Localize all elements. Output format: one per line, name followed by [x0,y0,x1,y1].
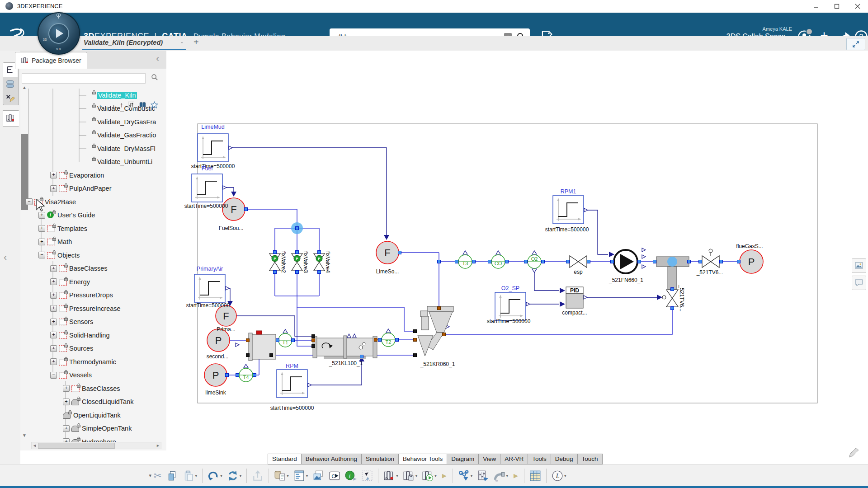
export-info-button[interactable]: i [344,469,358,483]
tree-search-icon[interactable] [151,73,159,81]
sidebar-item-package-browser[interactable] [3,110,19,127]
tree-expander[interactable]: − [38,252,45,258]
ribbon-tab-standard[interactable]: Standard [268,454,301,465]
tree-expander[interactable]: + [50,305,57,312]
export-database-button[interactable]: ▾ [273,469,290,483]
more-tools-1-button[interactable]: ▶ [440,471,448,480]
tree-item-openliquidtank[interactable]: OpenLiquidTank [20,408,166,422]
tree-expander[interactable]: + [50,278,57,285]
tree-expander[interactable]: − [50,372,57,379]
tree-item-sources[interactable]: +Sources [20,342,166,355]
rail-button-annotation-pencil-icon[interactable] [3,91,18,105]
ribbon-tab-debug[interactable]: Debug [551,454,577,465]
close-button[interactable] [847,0,868,13]
pneumatic-tool-button[interactable]: ▾ [492,469,509,483]
tree-search-input[interactable] [22,74,147,84]
nav-up-arrow[interactable]: ↑ [120,102,123,108]
nav-book[interactable] [139,102,146,108]
tree-item-evaporation[interactable]: +Evaporation [20,169,166,182]
document-tab[interactable]: Validate_Kiln (Encrypted) [84,39,163,46]
nav-back-arrow[interactable]: ← [98,102,105,108]
tree-item-validate-gasfractio[interactable]: Validate_GasFractio [20,129,166,142]
tree-expander[interactable]: + [38,225,45,232]
tree-item-validate-kiln[interactable]: Validate_Kiln [20,89,166,102]
tree-expander[interactable]: + [50,265,57,272]
select-tool-button[interactable] [360,469,374,483]
tree-item-closedliquidtank[interactable]: +ClosedLiquidTank [20,395,166,408]
paste-button[interactable]: ▾ [182,469,198,483]
generate-code-button[interactable]: C [328,469,341,483]
ribbon-tab-behavior-tools[interactable]: Behavior Tools [398,454,447,465]
tree-item-objects[interactable]: −Objects [20,249,166,262]
maximize-button[interactable] [826,0,847,13]
parameters-export-button[interactable] [476,469,490,483]
tree-expander[interactable]: + [50,319,57,325]
3dexperience-compass[interactable]: 3D V.R [38,12,80,55]
update-button[interactable]: ▾ [226,469,243,483]
tree-expander[interactable]: + [50,332,57,338]
tree-item-sensors[interactable]: +Sensors [20,315,166,328]
component-browser-button[interactable]: ▾ [402,469,419,483]
collapse-view-button[interactable] [846,38,865,50]
options-list-button[interactable]: ▾ [292,469,309,483]
nav-favorite-star[interactable] [151,101,158,108]
comment-bubble-button[interactable] [852,276,866,290]
nav-forward-arrow[interactable]: → [109,102,116,108]
simulation-browser-button[interactable]: ▾ [421,469,438,483]
copy-button[interactable] [165,469,179,483]
ribbon-tab-tools[interactable]: Tools [528,454,551,465]
nav-sort[interactable] [127,101,135,108]
tree-item-solidhandling[interactable]: +SolidHandling [20,328,166,342]
more-tools-2-button[interactable]: ▶ [512,471,520,480]
tree-item-simpleopentank[interactable]: +SimpleOpenTank [20,422,166,435]
tree-item-baseclasses[interactable]: +BaseClasses [20,262,166,275]
horizontal-scrollbar[interactable]: ◄ ► [31,442,161,449]
horizontal-scrollbar-thumb[interactable] [38,443,115,449]
tree-item-thermodynamic[interactable]: +Thermodynamic [20,355,166,368]
ribbon-tab-behavior-authoring[interactable]: Behavior Authoring [301,454,361,465]
ribbon-tab-view[interactable]: View [478,454,500,465]
tree-expander[interactable]: + [50,172,57,178]
tree-item-pressureincrease[interactable]: +PressureIncrease [20,302,166,315]
tree-item-validate-drygasfra[interactable]: Validate_DryGasFra [20,115,166,128]
mechanism-tool-button[interactable]: ▾ [457,469,474,483]
tree-item-baseclasses[interactable]: +BaseClasses [20,382,166,395]
ribbon-tab-simulation[interactable]: Simulation [361,454,398,465]
tree-expander[interactable]: + [63,425,70,432]
panel-collapse-chevron[interactable]: ‹ [156,54,159,63]
tree-expander[interactable]: + [50,358,57,365]
scroll-left-arrow[interactable]: ◄ [33,443,37,448]
insert-image-button[interactable] [852,258,866,273]
new-tab-button[interactable]: + [193,37,199,47]
tree-expander[interactable]: + [38,239,45,245]
package-browser-button[interactable]: ▾ [382,469,399,483]
tree-expander[interactable]: − [26,198,33,205]
tree-item-pressuredrops[interactable]: +PressureDrops [20,289,166,302]
tree-expander[interactable]: + [50,185,57,192]
tree-item-validate-drymassfl[interactable]: Validate_DryMassFl [20,142,166,155]
tree-item-energy[interactable]: +Energy [20,275,166,288]
tree-item-templates[interactable]: +Templates [20,222,166,235]
table-view-button[interactable] [528,469,542,483]
tree-item-vessels[interactable]: −Vessels [20,369,166,382]
tab-package-browser[interactable]: Package Browser [15,52,87,69]
tree-item-pulpandpaper[interactable]: +PulpAndPaper [20,182,166,195]
license-button[interactable]: L▾ [551,469,567,483]
tree-expander[interactable]: + [50,292,57,299]
tree-item-math[interactable]: +Math [20,235,166,249]
scroll-right-arrow[interactable]: ► [156,443,160,448]
ribbon-tab-diagram[interactable]: Diagram [447,454,478,465]
tree-expander[interactable]: + [63,385,70,392]
cut-button[interactable]: ✂ [153,469,163,482]
panel-collapse-chevron-left[interactable]: ‹ [4,253,7,262]
ribbon-tab-ar-vr[interactable]: AR-VR [500,454,528,465]
rail-button-layers-icon[interactable] [3,77,18,91]
tree-item-validate-unburntli[interactable]: Validate_UnburntLi [20,155,166,169]
tree-expander[interactable]: + [38,212,45,219]
tree-expander[interactable]: + [50,345,57,352]
ribbon-tab-touch[interactable]: Touch [577,454,603,465]
diagram-canvas[interactable]: LimeMudstartTime=500000FuelstartTime=500… [166,51,868,465]
minimize-button[interactable] [806,0,826,13]
copy-image-button[interactable] [311,469,325,483]
undo-button[interactable]: ▾ [207,469,223,483]
